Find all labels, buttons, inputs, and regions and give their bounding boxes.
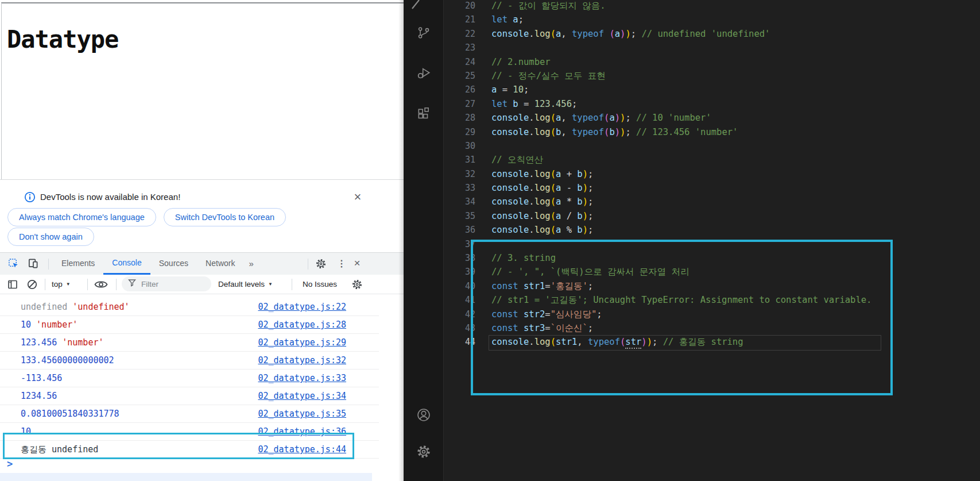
more-options-icon[interactable]: ⋮: [337, 258, 345, 270]
console-source-link[interactable]: 02_datatype.js:34: [258, 387, 346, 405]
line-number: 40: [444, 279, 475, 293]
line-number: 22: [444, 27, 475, 41]
line-number: 21: [444, 13, 475, 26]
code-text: // 오칙연산: [491, 155, 543, 165]
code-line-32[interactable]: 32console.log(a + b);: [444, 167, 980, 181]
code-line-37[interactable]: 37: [444, 237, 980, 251]
code-editor[interactable]: 20// - 값이 할당되지 않음.21let a;22console.log(…: [444, 0, 980, 481]
device-toolbar-icon[interactable]: [28, 258, 38, 269]
default-levels-dropdown[interactable]: Default levels ▼: [218, 275, 273, 294]
code-line-42[interactable]: 42const str2="심사임당";: [444, 307, 980, 321]
console-log-text: 10 'number': [21, 320, 78, 330]
code-line-27[interactable]: 27let b = 123.456;: [444, 97, 980, 111]
console-source-link[interactable]: 02_datatype.js:22: [258, 298, 346, 315]
code-line-23[interactable]: 23: [444, 41, 980, 55]
context-label: top: [52, 280, 63, 288]
dont-show-again-button[interactable]: Don't show again: [7, 228, 94, 246]
console-input-area[interactable]: [0, 473, 372, 481]
divider: [308, 259, 308, 270]
clear-console-icon[interactable]: [26, 279, 38, 290]
console-source-link[interactable]: 02_datatype.js:44: [258, 441, 346, 458]
console-log-text: 10: [21, 426, 31, 437]
code-text: let b = 123.456;: [491, 99, 577, 109]
code-line-35[interactable]: 35console.log(a / b);: [444, 209, 980, 223]
code-text: console.log(b, typeof(b)); // 123.456 'n…: [491, 127, 738, 137]
code-line-33[interactable]: 33console.log(a - b);: [444, 181, 980, 195]
tab-console[interactable]: Console: [103, 253, 150, 275]
extensions-icon[interactable]: [416, 106, 431, 121]
code-line-34[interactable]: 34console.log(a * b);: [444, 195, 980, 209]
source-control-icon[interactable]: [416, 25, 431, 40]
line-number: 34: [444, 195, 475, 209]
tab-sources[interactable]: Sources: [150, 253, 197, 275]
code-text: console.log(a / b);: [491, 211, 593, 221]
code-line-24[interactable]: 24// 2.number: [444, 55, 980, 69]
console-toolbar: top ▼ Default levels ▼ No Issues: [0, 275, 404, 294]
more-tabs-icon[interactable]: »: [243, 253, 258, 275]
console-log-row: 133.4560000000000202_datatype.js:32: [0, 352, 379, 370]
console-log-row: -113.45602_datatype.js:33: [0, 370, 379, 387]
console-log-text: undefined 'undefined': [21, 302, 130, 312]
console-prompt-icon[interactable]: >: [7, 458, 13, 470]
search-icon[interactable]: [410, 0, 422, 10]
code-text: console.log(a - b);: [491, 183, 593, 193]
run-debug-icon[interactable]: [416, 66, 431, 80]
inspect-element-icon[interactable]: [8, 258, 19, 269]
code-line-25[interactable]: 25// - 정수/실수 모두 표현: [444, 69, 980, 83]
code-line-43[interactable]: 43const str3=`이순신`;: [444, 321, 980, 335]
code-line-36[interactable]: 36console.log(a % b);: [444, 223, 980, 237]
window-edge-shadow: [398, 0, 404, 481]
line-number: 32: [444, 167, 475, 181]
devtools-close-icon[interactable]: ×: [352, 257, 362, 269]
code-line-28[interactable]: 28console.log(a, typeof(a)); // 10 'numb…: [444, 111, 980, 125]
eye-icon[interactable]: [94, 280, 108, 290]
info-icon: [24, 191, 36, 203]
page-border: [1, 2, 404, 3]
code-line-40[interactable]: 40const str1='홍길동';: [444, 279, 980, 293]
code-line-44[interactable]: 44console.log(str1, typeof(str)); // 홍길동…: [444, 335, 980, 349]
notification-close-icon[interactable]: ×: [350, 190, 365, 205]
always-match-language-button[interactable]: Always match Chrome's language: [7, 208, 156, 226]
console-log-list: undefined 'undefined'02_datatype.js:2210…: [0, 298, 379, 459]
code-line-26[interactable]: 26a = 10;: [444, 83, 980, 97]
settings-gear-icon[interactable]: [416, 444, 431, 459]
code-line-38[interactable]: 38// 3. string: [444, 251, 980, 265]
switch-devtools-korean-button[interactable]: Switch DevTools to Korean: [164, 208, 286, 226]
console-log-text: 홍길동 undefined: [21, 444, 98, 455]
tab-network[interactable]: Network: [197, 253, 243, 275]
code-line-39[interactable]: 39// - ', ", `(백틱)으로 감싸서 문자열 처리: [444, 265, 980, 279]
code-text: // str1 = '고길동'; Uncaught TypeError: Ass…: [491, 295, 871, 305]
browser-pane: Datatype DevTools is now available in Ko…: [0, 0, 404, 481]
console-settings-gear-icon[interactable]: [351, 279, 363, 290]
console-source-link[interactable]: 02_datatype.js:28: [258, 316, 346, 333]
line-number: 35: [444, 209, 475, 223]
console-log-text: 123.456 'number': [21, 337, 104, 348]
notification-buttons-row1: Always match Chrome's language Switch De…: [7, 208, 286, 226]
context-selector[interactable]: top ▼: [52, 275, 71, 294]
console-log-row: undefined 'undefined'02_datatype.js:22: [0, 298, 379, 316]
code-line-41[interactable]: 41// str1 = '고길동'; Uncaught TypeError: A…: [444, 293, 980, 307]
filter-input[interactable]: [140, 279, 203, 289]
code-text: let a;: [491, 14, 524, 25]
console-source-link[interactable]: 02_datatype.js:33: [258, 370, 346, 387]
code-line-29[interactable]: 29console.log(b, typeof(b)); // 123.456 …: [444, 125, 980, 139]
console-source-link[interactable]: 02_datatype.js:35: [258, 405, 346, 422]
toggle-sidebar-icon[interactable]: [7, 279, 18, 290]
console-source-link[interactable]: 02_datatype.js:29: [258, 334, 346, 351]
console-source-link[interactable]: 02_datatype.js:36: [258, 423, 346, 440]
settings-gear-icon[interactable]: [315, 258, 327, 270]
account-icon[interactable]: [416, 407, 431, 422]
line-number: 37: [444, 237, 475, 251]
console-log-row: 123.456 'number'02_datatype.js:29: [0, 334, 379, 352]
code-line-21[interactable]: 21let a;: [444, 13, 980, 26]
tab-elements[interactable]: Elements: [53, 253, 103, 275]
console-log-row: 10 'number'02_datatype.js:28: [0, 316, 379, 334]
code-line-31[interactable]: 31// 오칙연산: [444, 153, 980, 167]
line-number: 36: [444, 223, 475, 237]
console-source-link[interactable]: 02_datatype.js:32: [258, 352, 346, 369]
code-line-30[interactable]: 30: [444, 139, 980, 153]
console-log-text: 1234.56: [21, 391, 57, 401]
divider: [292, 279, 292, 290]
code-line-22[interactable]: 22console.log(a, typeof (a)); // undefin…: [444, 27, 980, 41]
code-line-20[interactable]: 20// - 값이 할당되지 않음.: [444, 0, 980, 13]
